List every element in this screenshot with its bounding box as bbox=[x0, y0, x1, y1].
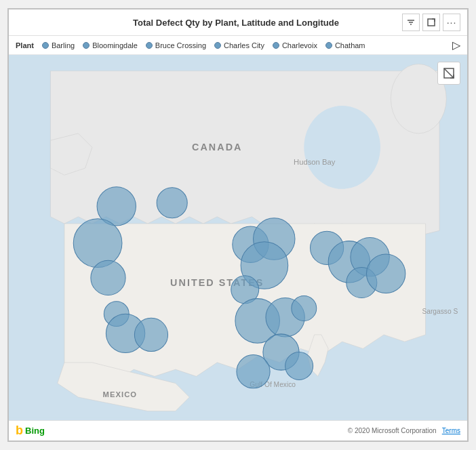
hudson-bay-label: Hudson Bay bbox=[294, 158, 336, 166]
barling-label: Barling bbox=[52, 41, 75, 49]
canada-label: CANADA bbox=[192, 142, 242, 152]
mexico-label: MEXICO bbox=[103, 390, 138, 398]
bing-logo: b Bing bbox=[16, 424, 45, 438]
legend-item-barling: Barling bbox=[42, 41, 75, 49]
map-area[interactable]: CANADA Hudson Bay UNITED STATES MEXICO G… bbox=[9, 55, 467, 420]
more-button[interactable]: ··· bbox=[443, 14, 460, 31]
more-dots: ··· bbox=[447, 17, 457, 28]
select-tool-icon bbox=[442, 66, 456, 80]
legend-item-bloomingdale: Bloomingdale bbox=[83, 41, 138, 49]
svg-rect-3 bbox=[428, 19, 435, 26]
terms-link[interactable]: Terms bbox=[442, 427, 460, 434]
expand-button[interactable] bbox=[422, 14, 440, 31]
bubble-14 bbox=[292, 296, 317, 321]
chatham-dot bbox=[325, 42, 332, 49]
legend-bar: Plant Barling Bloomingdale Bruce Crossin… bbox=[9, 36, 467, 55]
legend-item-chatham: Chatham bbox=[325, 41, 365, 49]
map-footer: b Bing © 2020 Microsoft Corporation Term… bbox=[9, 420, 467, 441]
copyright-text: © 2020 Microsoft Corporation bbox=[348, 427, 437, 434]
legend-item-bruce-crossing: Bruce Crossing bbox=[146, 41, 206, 49]
bubble-22 bbox=[237, 355, 270, 388]
bubble-21 bbox=[366, 254, 405, 293]
bruce-crossing-label: Bruce Crossing bbox=[155, 41, 206, 49]
header-icons: ··· bbox=[402, 14, 460, 31]
select-tool-button[interactable] bbox=[437, 62, 460, 85]
sargasso-label: Sargasso S bbox=[422, 308, 458, 315]
charlevoix-label: Charlevoix bbox=[282, 41, 317, 49]
bubble-7 bbox=[134, 318, 167, 351]
bing-icon: b bbox=[16, 424, 23, 438]
legend-label: Plant bbox=[16, 41, 34, 49]
legend-next-button[interactable]: ▷ bbox=[452, 39, 460, 52]
widget-header: Total Defect Qty by Plant, Latitude and … bbox=[9, 9, 467, 36]
bubble-2 bbox=[157, 188, 187, 218]
legend-item-charles-city: Charles City bbox=[214, 41, 264, 49]
charles-city-dot bbox=[214, 42, 221, 49]
svg-point-6 bbox=[304, 106, 380, 189]
bing-label: Bing bbox=[25, 426, 45, 436]
chatham-label: Chatham bbox=[335, 41, 365, 49]
bubble-4 bbox=[91, 260, 125, 295]
filter-icon bbox=[406, 18, 416, 27]
copyright-area: © 2020 Microsoft Corporation Terms bbox=[348, 427, 460, 434]
widget-container: Total Defect Qty by Plant, Latitude and … bbox=[7, 8, 469, 442]
svg-line-8 bbox=[444, 68, 454, 78]
bloomingdale-dot bbox=[83, 42, 90, 49]
bubble-16 bbox=[285, 352, 313, 380]
widget-title: Total Defect Qty by Plant, Latitude and … bbox=[70, 18, 402, 28]
barling-dot bbox=[42, 42, 49, 49]
bubble-3 bbox=[73, 219, 122, 268]
bloomingdale-label: Bloomingdale bbox=[92, 41, 138, 49]
charlevoix-dot bbox=[273, 42, 279, 49]
map-svg: CANADA Hudson Bay UNITED STATES MEXICO G… bbox=[9, 55, 467, 420]
bruce-crossing-dot bbox=[146, 42, 153, 49]
charles-city-label: Charles City bbox=[224, 41, 264, 49]
expand-icon bbox=[427, 18, 436, 27]
filter-button[interactable] bbox=[402, 14, 420, 31]
legend-item-charlevoix: Charlevoix bbox=[273, 41, 317, 49]
